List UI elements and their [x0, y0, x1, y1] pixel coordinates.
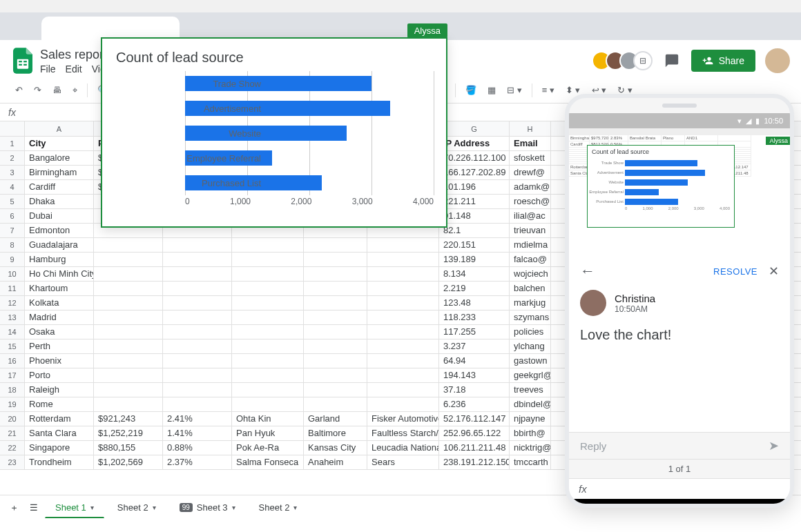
cell[interactable]: [94, 383, 163, 397]
cell[interactable]: [94, 325, 163, 339]
print-icon[interactable]: 🖶: [48, 82, 66, 98]
cell[interactable]: [94, 354, 163, 368]
cell[interactable]: $880,155: [94, 441, 163, 455]
cell[interactable]: wojciech: [510, 267, 551, 281]
cell[interactable]: 252.96.65.122: [439, 426, 510, 440]
row-header[interactable]: 5: [0, 195, 25, 208]
cell[interactable]: policies: [510, 325, 551, 339]
cell[interactable]: 221.211: [439, 195, 510, 208]
phone-sheet-view[interactable]: Birmingham$975,7202.83%Bansilal BrataPla…: [569, 128, 790, 253]
cell[interactable]: Perth: [25, 339, 94, 353]
cell[interactable]: 2.41%: [163, 412, 232, 426]
cell[interactable]: Leucadia National: [367, 441, 439, 455]
cell[interactable]: [94, 282, 163, 295]
undo-icon[interactable]: ↶: [11, 82, 27, 98]
cell[interactable]: [304, 325, 367, 339]
cell[interactable]: 37.18: [439, 383, 510, 397]
cell[interactable]: adamk@: [510, 180, 551, 194]
cell[interactable]: Birmingham: [25, 166, 94, 179]
cell[interactable]: [304, 311, 367, 324]
cell[interactable]: ilial@ac: [510, 209, 551, 223]
cell[interactable]: [94, 311, 163, 324]
cell[interactable]: $1,252,219: [94, 426, 163, 440]
sheet-tab[interactable]: Sheet 2 ▾: [107, 497, 166, 518]
cell[interactable]: Fisker Automotive: [367, 412, 439, 426]
cell[interactable]: [163, 296, 232, 310]
cell[interactable]: Rome: [25, 397, 94, 411]
cell[interactable]: 2.37%: [163, 455, 232, 469]
cell[interactable]: Pan Hyuk: [232, 426, 304, 440]
cell[interactable]: [94, 339, 163, 353]
row-header[interactable]: 21: [0, 426, 25, 440]
cell[interactable]: tmccarth: [510, 455, 551, 469]
cell[interactable]: 123.48: [439, 296, 510, 310]
cell[interactable]: [367, 296, 439, 310]
anonymous-icon[interactable]: ⊟: [633, 51, 653, 70]
document-title[interactable]: Sales report: [40, 48, 107, 62]
cell[interactable]: 0.88%: [163, 441, 232, 455]
cell[interactable]: njpayne: [510, 412, 551, 426]
cell[interactable]: Santa Clara: [25, 426, 94, 440]
cell[interactable]: [232, 296, 304, 310]
cell[interactable]: [163, 311, 232, 324]
cell[interactable]: 220.151: [439, 238, 510, 252]
cell[interactable]: Raleigh: [25, 383, 94, 397]
browser-tab-active[interactable]: [41, 17, 180, 40]
row-header[interactable]: 18: [0, 383, 25, 397]
cell[interactable]: Trondheim: [25, 455, 94, 469]
cell[interactable]: [304, 339, 367, 353]
cell[interactable]: [94, 368, 163, 382]
borders-icon[interactable]: ▦: [483, 82, 500, 98]
cell[interactable]: treeves: [510, 383, 551, 397]
cell[interactable]: [163, 282, 232, 295]
cell[interactable]: [367, 354, 439, 368]
cell[interactable]: [367, 368, 439, 382]
cell[interactable]: [304, 383, 367, 397]
cell[interactable]: drewf@: [510, 166, 551, 179]
cell[interactable]: [367, 253, 439, 266]
cell[interactable]: mdielma: [510, 238, 551, 252]
cell[interactable]: sfoskett: [510, 151, 551, 165]
cell[interactable]: Salma Fonseca: [232, 455, 304, 469]
cell[interactable]: markjug: [510, 296, 551, 310]
row-header[interactable]: 8: [0, 238, 25, 252]
header-cell[interactable]: City: [25, 137, 94, 150]
cell[interactable]: [163, 339, 232, 353]
paint-format-icon[interactable]: ⌖: [68, 82, 81, 99]
all-sheets-icon[interactable]: ☰: [26, 500, 42, 515]
merge-cells-icon[interactable]: ⊟ ▾: [503, 82, 526, 98]
sheet-tab[interactable]: Sheet 2 ▾: [249, 497, 308, 518]
cell[interactable]: [94, 267, 163, 281]
cell[interactable]: Cardiff: [25, 180, 94, 194]
cell[interactable]: 01.148: [439, 209, 510, 223]
cell[interactable]: Singapore: [25, 441, 94, 455]
cell[interactable]: [304, 296, 367, 310]
row-header[interactable]: 6: [0, 209, 25, 223]
col-header[interactable]: A: [25, 121, 94, 136]
cell[interactable]: Dubai: [25, 209, 94, 223]
cell[interactable]: [163, 253, 232, 266]
cell[interactable]: [304, 267, 367, 281]
cell[interactable]: Pok Ae-Ra: [232, 441, 304, 455]
cell[interactable]: [163, 267, 232, 281]
cell[interactable]: [163, 238, 232, 252]
row-header[interactable]: 13: [0, 311, 25, 324]
cell[interactable]: Osaka: [25, 325, 94, 339]
cell[interactable]: Porto: [25, 368, 94, 382]
cell[interactable]: [94, 253, 163, 266]
row-header[interactable]: 12: [0, 296, 25, 310]
row-header[interactable]: 19: [0, 397, 25, 411]
cell[interactable]: [163, 368, 232, 382]
cell[interactable]: Baltimore: [304, 426, 367, 440]
profile-avatar[interactable]: [765, 48, 790, 73]
cell[interactable]: Ho Chi Minh City: [25, 267, 94, 281]
cell[interactable]: 194.143: [439, 368, 510, 382]
nav-back-icon[interactable]: ◁: [601, 506, 610, 508]
cell[interactable]: Faultless Starch/Bo: [367, 426, 439, 440]
cell[interactable]: Anaheim: [304, 455, 367, 469]
cell[interactable]: trieuvan: [510, 224, 551, 237]
cell[interactable]: [367, 325, 439, 339]
menu-file[interactable]: File: [40, 63, 56, 75]
cell[interactable]: [367, 238, 439, 252]
row-header[interactable]: 2: [0, 151, 25, 165]
